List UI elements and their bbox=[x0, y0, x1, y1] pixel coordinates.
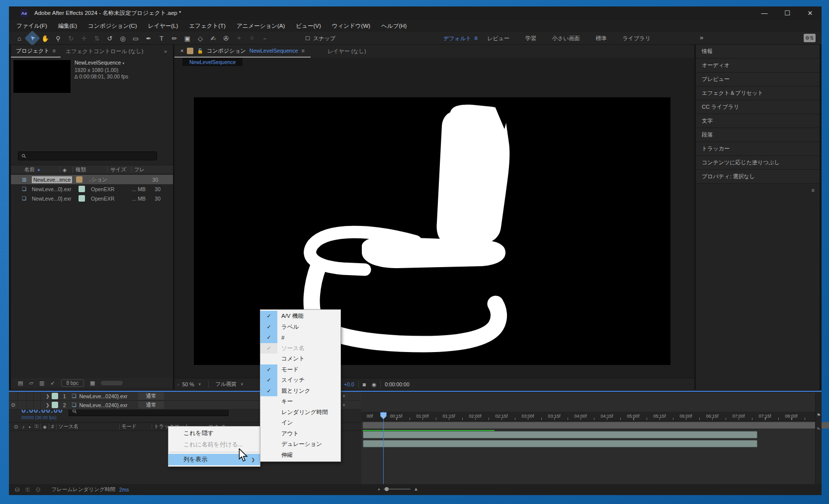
lock-cell[interactable] bbox=[34, 401, 41, 409]
menu-item[interactable]: 編集(E) bbox=[53, 22, 83, 30]
tool-button[interactable]: ↻ bbox=[66, 33, 77, 44]
flag-icon[interactable]: ⚑ bbox=[817, 413, 821, 418]
exposure-value[interactable]: +0.0 bbox=[344, 381, 354, 387]
table-row[interactable]: ❏ NewLeve...0}.exr OpenEXR ... MB 30 bbox=[11, 184, 173, 194]
submenu-item[interactable]: モード bbox=[260, 364, 340, 375]
expander-icon[interactable]: ❯ bbox=[46, 394, 50, 399]
pen-icon[interactable]: ✎ bbox=[817, 427, 821, 432]
panel-overflow-icon[interactable]: » bbox=[159, 45, 172, 58]
menu-item[interactable]: アニメーション(A) bbox=[231, 22, 290, 30]
solo-column-icon[interactable]: ● bbox=[28, 425, 30, 429]
zoom-out-mountain-icon[interactable]: ▲ bbox=[377, 487, 381, 491]
link-status-icon[interactable]: ⚿ bbox=[25, 487, 29, 493]
column-label-icon[interactable]: ◈ bbox=[60, 166, 73, 173]
tab-project[interactable]: プロジェクト ≡ bbox=[11, 45, 61, 58]
collapsed-panel-tab[interactable]: エフェクト＆プリセット bbox=[696, 86, 820, 100]
sort-up-icon[interactable]: ▲ bbox=[37, 167, 41, 172]
bit-depth-button[interactable]: 8 bpc bbox=[61, 379, 84, 387]
menu-item[interactable]: レイヤー(L) bbox=[142, 22, 183, 30]
audio-cell[interactable] bbox=[18, 392, 27, 400]
panel-menu-icon[interactable]: ≡ bbox=[812, 187, 815, 193]
project-search-input[interactable]: ⚲ bbox=[18, 151, 157, 160]
submenu-item[interactable]: イン bbox=[260, 418, 340, 429]
submenu-item[interactable]: キー bbox=[260, 396, 340, 407]
tool-button[interactable]: ◇ bbox=[195, 33, 206, 44]
tool-button[interactable]: ⇅ bbox=[91, 33, 102, 44]
label-column-icon[interactable]: ◈ bbox=[43, 424, 47, 430]
zoom-in-mountain-icon[interactable]: ▲ bbox=[414, 486, 418, 492]
audio-cell[interactable] bbox=[18, 401, 27, 409]
expander-icon[interactable]: ❯ bbox=[46, 403, 50, 408]
collapsed-panel-tab[interactable]: オーディオ bbox=[696, 59, 820, 72]
submenu-item[interactable]: アウト bbox=[260, 429, 340, 439]
blend-mode-select[interactable]: 通常 bbox=[138, 392, 164, 400]
collapsed-panel-tab[interactable]: 情報 bbox=[696, 45, 820, 59]
minimize-button[interactable]: — bbox=[753, 6, 776, 20]
parent-link-select[interactable]: ∨ bbox=[342, 394, 345, 398]
solo-cell[interactable] bbox=[27, 401, 34, 409]
sync-settings-button[interactable]: ⚙⇅ bbox=[804, 34, 816, 42]
tool-button[interactable]: ✛ bbox=[79, 33, 89, 44]
tool-button[interactable]: ✇ bbox=[221, 33, 232, 44]
viewer-timecode[interactable]: 0:00:00:00 bbox=[385, 381, 410, 387]
tool-button[interactable]: ✒ bbox=[143, 33, 154, 44]
snapshot-camera-icon[interactable]: ◙ bbox=[363, 381, 366, 387]
item-name[interactable]: NewLeve...0}.exr bbox=[32, 186, 75, 192]
new-folder-icon[interactable]: ▱ bbox=[29, 380, 33, 386]
interpret-footage-icon[interactable]: ▤ bbox=[18, 380, 23, 386]
workspace-overflow-icon[interactable]: » bbox=[700, 34, 703, 41]
zoom-select[interactable]: 50 %∨ bbox=[179, 381, 204, 387]
layer-name[interactable]: NewLeve...0240}.exr bbox=[80, 402, 128, 408]
submenu-item[interactable]: # bbox=[260, 332, 340, 343]
close-tab-icon[interactable]: × bbox=[180, 48, 183, 54]
tool-button[interactable]: ✍ bbox=[208, 33, 219, 44]
column-name[interactable]: 名前 ▲ bbox=[22, 166, 60, 173]
workspace-tab[interactable]: 標準 bbox=[588, 35, 615, 42]
submenu-item[interactable]: A/V 機能 bbox=[260, 311, 340, 322]
submenu-item[interactable]: ソース名 bbox=[260, 343, 340, 354]
column-size[interactable]: サイズ bbox=[107, 166, 131, 173]
label-color-chip[interactable] bbox=[76, 176, 83, 183]
workspace-tab[interactable]: ライブラリ bbox=[615, 35, 659, 42]
view-tab[interactable]: NewLevelSequence bbox=[182, 58, 243, 66]
lock-open-icon[interactable]: 🔓 bbox=[197, 48, 203, 54]
tab-effect-controls[interactable]: エフェクトコントロール (なし) bbox=[61, 45, 148, 58]
table-row[interactable]: ▥ NewLeve...ence ..ション 30 bbox=[11, 175, 173, 184]
submenu-item[interactable]: 親とリンク bbox=[260, 386, 340, 397]
workspace-tab[interactable]: 小さい画面 bbox=[544, 35, 588, 42]
parent-link-select[interactable]: ∨ bbox=[342, 403, 345, 407]
layer-label-chip[interactable] bbox=[52, 402, 58, 408]
tool-button[interactable]: ↺ bbox=[104, 33, 115, 44]
submenu-item[interactable]: ラベル bbox=[260, 322, 340, 333]
menu-item[interactable]: ビュー(V) bbox=[290, 22, 326, 30]
number-column[interactable]: # bbox=[51, 424, 54, 430]
layer-name[interactable]: NewLeve...0240}.exr bbox=[80, 393, 128, 399]
scrollbar-thumb[interactable] bbox=[101, 381, 123, 385]
time-ruler[interactable]: 00f00:15f01:00f01:15f02:00f02:15f03:00f0… bbox=[361, 412, 815, 421]
panel-menu-icon[interactable]: ≡ bbox=[302, 48, 305, 54]
panel-menu-icon[interactable]: ≡ bbox=[53, 48, 56, 54]
source-name-column[interactable]: ソース名 bbox=[59, 423, 117, 430]
tool-button[interactable]: ⌗ bbox=[247, 33, 257, 44]
tool-button[interactable]: ◎ bbox=[117, 33, 128, 44]
submenu-item[interactable]: レンダリング時間 bbox=[260, 407, 340, 418]
column-fps[interactable]: フレ bbox=[131, 166, 151, 173]
tool-button[interactable]: ⚲ bbox=[53, 33, 64, 44]
eye-icon[interactable]: ⊙ bbox=[11, 402, 15, 408]
tool-button[interactable]: ➤ bbox=[24, 30, 40, 46]
current-time-indicator-line[interactable] bbox=[383, 412, 384, 484]
submenu-item[interactable]: デュレーション bbox=[260, 439, 340, 450]
user-status-icon[interactable]: ⚇ bbox=[36, 487, 41, 493]
column-type[interactable]: 種類 bbox=[73, 166, 107, 173]
tab-layer[interactable]: レイヤー (なし) bbox=[323, 45, 371, 58]
label-color-chip[interactable] bbox=[79, 186, 85, 192]
tool-button[interactable]: ⌂ bbox=[14, 33, 25, 44]
zoom-knob[interactable] bbox=[385, 487, 389, 491]
collapsed-panel-tab[interactable]: 文字 bbox=[696, 114, 820, 128]
audio-column-icon[interactable]: ♪ bbox=[22, 424, 24, 430]
workspace-tab[interactable]: デフォルト bbox=[435, 35, 479, 42]
timeline-graph-area[interactable]: 00f00:15f01:00f01:15f02:00f02:15f03:00f0… bbox=[361, 393, 815, 484]
menu-item-hide-this[interactable]: これを隠す bbox=[168, 428, 260, 439]
tool-button[interactable]: ⌖ bbox=[234, 33, 245, 44]
tool-button[interactable]: ⌁ bbox=[259, 33, 270, 44]
